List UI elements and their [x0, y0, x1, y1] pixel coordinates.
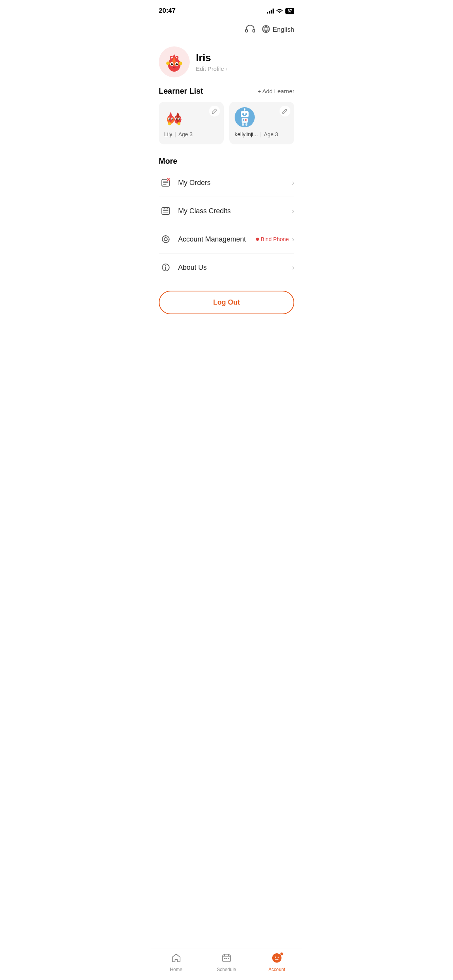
badge-dot: [256, 238, 259, 241]
learner-name-lily: Lily: [164, 131, 172, 137]
learner-age-lily: Age 3: [178, 131, 193, 137]
menu-label-orders: My Orders: [178, 179, 292, 187]
signal-bars-icon: [267, 8, 274, 14]
edit-pencil-kelly[interactable]: [280, 106, 290, 117]
logout-section: Log Out: [151, 281, 302, 324]
learner-info-kelly: kellylinji... | Age 3: [235, 131, 278, 137]
learner-name-kelly: kellylinji...: [235, 131, 258, 137]
top-bar: English: [151, 19, 302, 40]
svg-rect-1: [253, 29, 255, 32]
language-text: English: [273, 26, 294, 34]
svg-point-31: [244, 108, 245, 110]
learner-avatar-kelly: [235, 107, 255, 127]
profile-section: Iris Edit Profile ›: [151, 40, 302, 87]
svg-point-23: [168, 122, 171, 125]
svg-point-22: [178, 118, 180, 120]
svg-point-21: [176, 118, 177, 120]
learner-card-kelly[interactable]: kellylinji... | Age 3: [229, 102, 294, 144]
more-section: More My Orders ›: [151, 157, 302, 281]
chevron-right-account-mgmt: ›: [292, 235, 294, 243]
status-time: 20:47: [159, 7, 175, 15]
svg-point-24: [177, 122, 180, 125]
learner-info-lily: Lily | Age 3: [164, 131, 192, 137]
svg-rect-26: [241, 111, 249, 117]
learner-cards: Lily | Age 3: [159, 102, 294, 144]
logout-button[interactable]: Log Out: [159, 291, 294, 314]
chevron-right-about: ›: [292, 264, 294, 272]
orders-icon: [159, 176, 173, 190]
add-learner-button[interactable]: + Add Learner: [257, 88, 294, 94]
language-selector[interactable]: English: [262, 25, 294, 35]
edit-pencil-lily[interactable]: [209, 106, 220, 117]
chevron-right-orders: ›: [292, 179, 294, 187]
learner-list-header: Learner List + Add Learner: [159, 87, 294, 96]
svg-point-7: [171, 63, 173, 65]
learner-list-title: Learner List: [159, 87, 203, 96]
menu-label-credits: My Class Credits: [178, 207, 292, 215]
bind-phone-label: Bind Phone: [261, 236, 289, 242]
svg-point-10: [177, 63, 177, 64]
learner-avatar-lily: [164, 107, 184, 127]
menu-label-about: About Us: [178, 264, 292, 272]
about-icon: [159, 260, 173, 274]
status-bar: 20:47 87: [151, 0, 302, 19]
svg-point-16: [168, 118, 170, 120]
svg-point-55: [165, 265, 166, 266]
svg-point-50: [165, 235, 166, 236]
svg-point-33: [243, 119, 244, 121]
menu-item-about[interactable]: About Us ›: [159, 254, 294, 281]
svg-point-11: [166, 62, 170, 65]
svg-point-9: [172, 63, 173, 64]
svg-point-28: [245, 113, 247, 115]
svg-point-8: [176, 63, 178, 65]
svg-point-42: [168, 179, 170, 181]
edit-profile-chevron: ›: [226, 66, 228, 72]
svg-point-17: [172, 118, 173, 120]
menu-label-account-mgmt: Account Management: [178, 235, 256, 243]
svg-rect-29: [243, 115, 246, 116]
svg-rect-36: [245, 123, 247, 126]
profile-name: Iris: [196, 52, 227, 64]
account-mgmt-icon: [159, 232, 173, 246]
status-icons: 87: [267, 8, 294, 14]
bind-phone-badge: Bind Phone: [256, 236, 289, 242]
chevron-right-credits: ›: [292, 207, 294, 215]
svg-point-34: [245, 119, 247, 121]
svg-rect-35: [242, 123, 244, 126]
menu-item-account-mgmt[interactable]: Account Management Bind Phone ›: [159, 225, 294, 254]
svg-point-51: [165, 242, 166, 243]
avatar: [159, 46, 190, 77]
svg-point-53: [168, 239, 169, 240]
learner-list-section: Learner List + Add Learner: [151, 87, 302, 144]
edit-profile-label: Edit Profile: [196, 65, 224, 72]
headset-icon[interactable]: [245, 23, 256, 36]
menu-item-credits[interactable]: My Class Credits ›: [159, 197, 294, 225]
more-title: More: [159, 157, 294, 166]
svg-rect-32: [242, 118, 248, 123]
svg-rect-0: [245, 29, 247, 32]
wifi-icon: [276, 8, 283, 14]
battery-icon: 87: [285, 8, 294, 14]
credits-icon: [159, 204, 173, 218]
svg-point-52: [162, 239, 163, 240]
menu-item-orders[interactable]: My Orders ›: [159, 169, 294, 197]
globe-icon: [262, 25, 270, 35]
learner-age-kelly: Age 3: [264, 131, 278, 137]
svg-rect-43: [162, 207, 170, 214]
svg-point-49: [164, 238, 167, 241]
svg-point-12: [179, 62, 182, 65]
profile-info: Iris Edit Profile ›: [196, 52, 227, 72]
svg-point-27: [242, 113, 244, 115]
learner-card-lily[interactable]: Lily | Age 3: [159, 102, 224, 144]
edit-profile-link[interactable]: Edit Profile ›: [196, 65, 227, 72]
add-learner-label: + Add Learner: [257, 88, 294, 94]
svg-point-48: [162, 236, 169, 243]
